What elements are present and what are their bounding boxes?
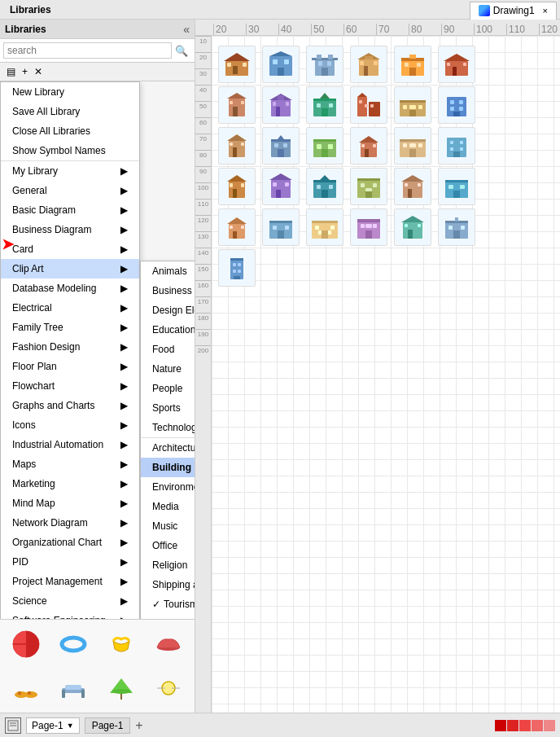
submenu-office[interactable]: Office (141, 536, 195, 555)
menu-flowchart[interactable]: Flowchart▶ (1, 376, 139, 396)
submenu-animals[interactable]: Animals▶ (141, 261, 195, 281)
menu-new-library[interactable]: New Library (1, 82, 139, 102)
lib-tool-btn-1[interactable]: ▤ (3, 64, 19, 79)
shape-item-3[interactable] (98, 623, 144, 665)
lib-tool-btn-3[interactable]: ✕ (31, 64, 46, 79)
building-19[interactable] (218, 168, 256, 205)
menu-show-symbols[interactable]: Show Symbol Names (1, 141, 139, 161)
menu-marketing[interactable]: Marketing▶ (1, 474, 139, 494)
add-page-button[interactable]: + (135, 718, 142, 733)
submenu-architecture[interactable]: Architecture (141, 438, 195, 458)
building-12[interactable] (438, 86, 475, 124)
building-14[interactable] (262, 127, 300, 165)
shape-item-6[interactable] (50, 667, 96, 709)
submenu-environment[interactable]: Environment (141, 477, 195, 497)
submenu-business[interactable]: Business▶ (141, 281, 195, 301)
building-3[interactable] (306, 46, 343, 83)
submenu-building[interactable]: Building (141, 458, 195, 477)
menu-general[interactable]: General▶ (1, 181, 139, 200)
menu-clip-art[interactable]: Clip Art▶ (1, 259, 139, 279)
submenu-religion[interactable]: Religion (141, 555, 195, 575)
collapse-btn[interactable]: « (183, 23, 190, 36)
search-button[interactable]: 🔍 (172, 45, 191, 57)
menu-graphs-charts[interactable]: Graphs and Charts▶ (1, 396, 139, 415)
shape-item-1[interactable] (3, 623, 49, 665)
menu-close-all[interactable]: Close All Libraries (1, 121, 139, 141)
menu-icons[interactable]: Icons▶ (1, 415, 139, 435)
building-8[interactable] (262, 86, 300, 124)
color-swatch-1[interactable] (495, 720, 506, 731)
menu-family-tree[interactable]: Family Tree▶ (1, 318, 139, 337)
menu-project-mgmt[interactable]: Project Management▶ (1, 572, 139, 591)
building-31[interactable] (218, 249, 256, 287)
building-5[interactable] (394, 46, 431, 83)
menu-save-all[interactable]: Save All Library (1, 102, 139, 121)
building-10[interactable] (350, 86, 387, 124)
submenu-food[interactable]: Food▶ (141, 340, 195, 359)
building-27[interactable] (306, 208, 343, 246)
submenu-music[interactable]: Music (141, 516, 195, 536)
lib-tool-btn-2[interactable]: + (19, 64, 31, 79)
shape-item-8[interactable] (146, 667, 191, 709)
submenu-shipping[interactable]: Shipping and Logistics (141, 575, 195, 594)
building-11[interactable] (394, 86, 431, 124)
menu-software-eng[interactable]: Software Engineering▶ (1, 611, 139, 619)
menu-basic-diagram[interactable]: Basic Diagram▶ (1, 200, 139, 220)
menu-mind-map[interactable]: Mind Map▶ (1, 494, 139, 513)
menu-my-library[interactable]: My Library▶ (1, 161, 139, 181)
search-input[interactable] (3, 42, 172, 59)
menu-maps[interactable]: Maps▶ (1, 454, 139, 474)
shape-item-4[interactable] (146, 623, 191, 665)
color-swatch-2[interactable] (507, 720, 518, 731)
color-swatch-5[interactable] (544, 720, 555, 731)
menu-network[interactable]: Network Diagram▶ (1, 513, 139, 533)
building-4[interactable] (350, 46, 387, 83)
shape-item-5[interactable] (3, 667, 49, 709)
building-23[interactable] (394, 168, 431, 205)
menu-org-chart[interactable]: Organizational Chart▶ (1, 533, 139, 552)
color-swatch-4[interactable] (532, 720, 543, 731)
menu-fashion-design[interactable]: Fashion Design▶ (1, 337, 139, 357)
building-17[interactable] (394, 127, 431, 165)
building-21[interactable] (306, 168, 343, 205)
building-2[interactable] (262, 46, 300, 83)
building-13[interactable] (218, 127, 256, 165)
submenu-tourism[interactable]: ✓Tourism (141, 594, 195, 614)
building-1[interactable] (218, 46, 256, 83)
submenu-education[interactable]: Education▶ (141, 320, 195, 340)
building-6[interactable] (438, 46, 475, 83)
building-22[interactable] (350, 168, 387, 205)
menu-science[interactable]: Science▶ (1, 591, 139, 611)
building-25[interactable] (218, 208, 256, 246)
page-dropdown-btn[interactable]: Page-1 ▼ (26, 717, 80, 734)
building-9[interactable] (306, 86, 343, 124)
submenu-nature[interactable]: Nature▶ (141, 359, 195, 379)
page-tab-current[interactable]: Page-1 (85, 717, 131, 734)
shape-item-7[interactable] (98, 667, 144, 709)
building-26[interactable] (262, 208, 300, 246)
color-swatch-3[interactable] (519, 720, 531, 731)
submenu-people[interactable]: People▶ (141, 379, 195, 398)
building-30[interactable] (438, 208, 475, 246)
building-24[interactable] (438, 168, 475, 205)
building-15[interactable] (306, 127, 343, 165)
menu-business-diagram[interactable]: Business Diagram▶ (1, 220, 139, 239)
menu-industrial[interactable]: Industrial Automation▶ (1, 435, 139, 454)
drawing-tab[interactable]: Drawing1 × (470, 2, 557, 20)
submenu-sports[interactable]: Sports▶ (141, 398, 195, 418)
menu-database[interactable]: Database Modeling▶ (1, 279, 139, 298)
shape-item-2[interactable] (50, 623, 96, 665)
building-28[interactable] (350, 208, 387, 246)
menu-pid[interactable]: PID▶ (1, 552, 139, 572)
building-29[interactable] (394, 208, 431, 246)
submenu-technology[interactable]: Technology▶ (141, 418, 195, 438)
menu-card[interactable]: Card▶ (1, 239, 139, 259)
submenu-design-element[interactable]: Design Element▶ (141, 301, 195, 320)
menu-floor-plan[interactable]: Floor Plan▶ (1, 357, 139, 376)
building-18[interactable] (438, 127, 475, 165)
building-7[interactable] (218, 86, 256, 124)
menu-electrical[interactable]: Electrical▶ (1, 298, 139, 318)
building-20[interactable] (262, 168, 300, 205)
building-16[interactable] (350, 127, 387, 165)
canvas[interactable] (212, 36, 560, 713)
